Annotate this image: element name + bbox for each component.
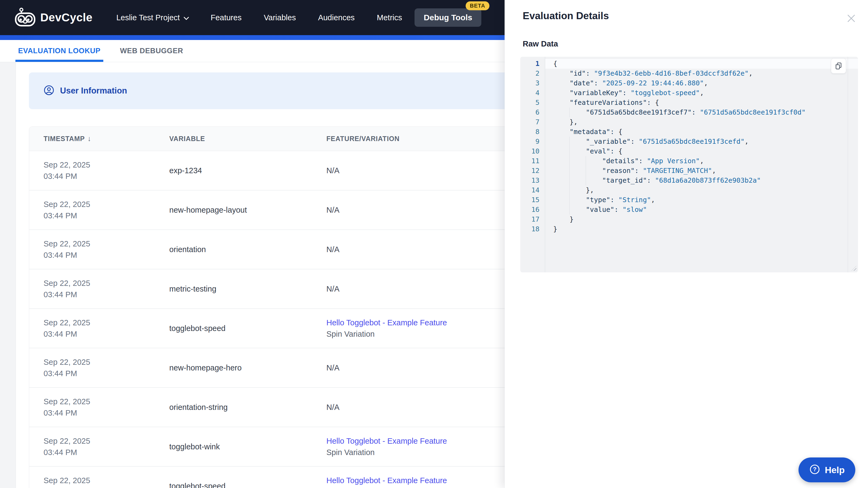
close-icon[interactable] [846,13,856,23]
table-row: Sep 22, 202503:44 PMtogglebot-winkHello … [29,427,514,467]
table-row: Sep 22, 202503:44 PMorientation-stringN/… [29,388,514,427]
na-value: N/A [327,285,508,293]
code-line: "variableKey": "togglebot-speed", [545,88,858,98]
variation-label: Spin Variation [327,448,508,457]
sort-descending-icon: ↓ [88,135,91,143]
raw-data-code-block[interactable]: 123456789101112131415161718 { "id": "9f3… [520,57,858,272]
beta-badge: BETA [466,1,490,10]
page-left-gutter [0,62,16,488]
code-line: { [545,59,858,69]
column-header-timestamp[interactable]: TIMESTAMP ↓ [43,127,91,151]
user-icon [44,85,54,96]
line-number: 13 [520,176,545,185]
na-value: N/A [327,245,508,254]
svg-text:?: ? [813,466,816,473]
code-line: "id": "9f3e4b32-6ebb-4d16-8bef-03dccf3df… [545,69,858,78]
table-row: Sep 22, 202503:44 PMnew-homepage-heroN/A [29,348,514,388]
help-button[interactable]: ? Help [799,457,855,482]
nav-links: FeaturesVariablesAudiencesMetrics [211,13,402,22]
na-value: N/A [327,363,508,372]
cell-feature-variation: N/A [327,151,508,190]
table-row: Sep 22, 202503:44 PMexp-1234N/A [29,151,514,191]
cell-feature-variation: N/A [327,348,508,387]
cell-timestamp: Sep 22, 202503:44 PM [43,230,162,269]
user-information-banner: User Information [29,72,514,109]
panel-title: Evaluation Details [523,10,609,22]
cell-feature-variation: Hello Togglebot - Example FeatureSpin Va… [327,427,508,466]
cell-variable: orientation [169,230,321,269]
cell-timestamp: Sep 22, 202503:44 PM [43,309,162,348]
na-value: N/A [327,403,508,412]
cell-timestamp: Sep 22, 202503:44 PM [43,388,162,427]
table-row: Sep 22, 202503:44 PMorientationN/A [29,230,514,269]
cell-variable: metric-testing [169,269,321,308]
project-selector-label: Leslie Test Project [116,13,180,22]
banner-label: User Information [60,86,127,96]
cell-variable: togglebot-speed [169,467,321,488]
table-header: TIMESTAMP ↓ VARIABLE FEATURE/VARIATION [29,127,514,151]
line-number: 2 [520,69,545,78]
table-row: Sep 22, 202503:44 PMnew-homepage-layoutN… [29,191,514,230]
code-line: "value": "slow" [545,205,858,215]
line-number: 1 [520,59,545,69]
cell-timestamp: Sep 22, 202503:44 PM [43,191,162,229]
help-icon: ? [809,464,820,476]
line-number: 12 [520,166,545,176]
feature-link[interactable]: Hello Togglebot - Example Feature [327,437,508,445]
code-line: "target_id": "68d1a6a20b873ff62e903b2a" [545,176,858,185]
cell-feature-variation: N/A [327,388,508,427]
column-header-variable: VARIABLE [169,127,205,151]
cell-feature-variation: Hello Togglebot - Example FeatureSpin Va… [327,467,508,488]
line-number: 16 [520,205,545,215]
code-line: "date": "2025-09-22 19:44:46.880", [545,78,858,88]
cell-variable: togglebot-speed [169,309,321,348]
nav-link-features[interactable]: Features [211,13,242,22]
na-value: N/A [327,166,508,175]
cell-feature-variation: Hello Togglebot - Example FeatureSpin Va… [327,309,508,348]
devcycle-robot-icon [15,7,35,28]
na-value: N/A [327,206,508,215]
code-line: } [545,215,858,224]
line-number: 8 [520,127,545,137]
code-scrollbar-track[interactable] [848,57,848,272]
line-number: 4 [520,88,545,98]
line-number: 6 [520,107,545,117]
cell-timestamp: Sep 22, 202503:44 PM [43,151,162,190]
help-label: Help [825,465,845,475]
tab-evaluation-lookup[interactable]: EVALUATION LOOKUP [16,40,103,62]
debug-tools-label: Debug Tools [424,13,472,22]
devcycle-logo: DevCycle [15,7,92,28]
nav-link-variables[interactable]: Variables [264,13,296,22]
line-number: 10 [520,147,545,156]
code-area: { "id": "9f3e4b32-6ebb-4d16-8bef-03dccf3… [545,57,858,272]
code-line: "eval": { [545,147,858,156]
project-selector[interactable]: Leslie Test Project [116,13,189,22]
cell-feature-variation: N/A [327,191,508,229]
table-row: Sep 22, 202503:44 PMtogglebot-speedHello… [29,309,514,348]
table-row: Sep 22, 202503:44 PMtogglebot-speedHello… [29,467,514,488]
code-line: "featureVariations": { [545,98,858,107]
code-line: }, [545,117,858,127]
cell-timestamp: Sep 22, 202503:44 PM [43,467,162,488]
code-line: "details": "App Version", [545,156,858,166]
chevron-down-icon [184,13,189,22]
nav-link-metrics[interactable]: Metrics [377,13,402,22]
table-body: Sep 22, 202503:44 PMexp-1234N/ASep 22, 2… [29,151,514,488]
feature-link[interactable]: Hello Togglebot - Example Feature [327,476,508,485]
cell-variable: new-homepage-hero [169,348,321,387]
raw-data-label: Raw Data [523,39,558,48]
tab-web-debugger[interactable]: WEB DEBUGGER [117,40,186,62]
cell-timestamp: Sep 22, 202503:44 PM [43,348,162,387]
feature-link[interactable]: Hello Togglebot - Example Feature [327,318,508,327]
nav-link-audiences[interactable]: Audiences [318,13,354,22]
copy-button[interactable] [831,58,846,73]
variation-label: Spin Variation [327,330,508,338]
code-line: }, [545,185,858,195]
cell-feature-variation: N/A [327,269,508,308]
line-number: 7 [520,117,545,127]
column-header-feature-variation: FEATURE/VARIATION [327,127,400,151]
debug-tools-button[interactable]: Debug Tools BETA [414,8,481,27]
cell-timestamp: Sep 22, 202503:44 PM [43,427,162,466]
code-line: } [545,224,858,234]
line-number: 11 [520,156,545,166]
